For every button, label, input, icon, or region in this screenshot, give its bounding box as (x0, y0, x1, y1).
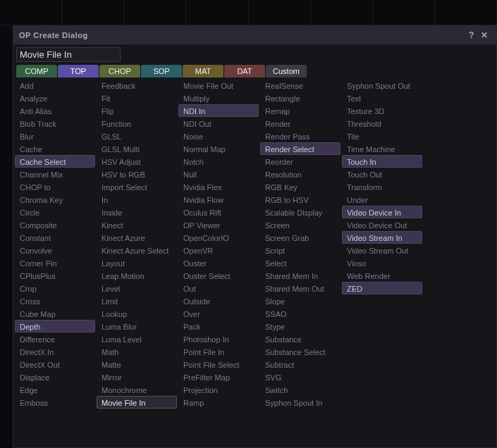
op-item[interactable]: Out (178, 282, 259, 294)
op-item[interactable]: CHOP to (15, 180, 95, 193)
op-item[interactable]: Layout (97, 256, 177, 269)
op-item[interactable]: Level (97, 282, 177, 294)
op-item[interactable]: Video Device In (342, 206, 422, 218)
op-item[interactable]: Cross (15, 294, 95, 307)
dialog-titlebar[interactable]: OP Create Dialog ? ✕ (13, 26, 496, 44)
op-item[interactable]: Slope (260, 294, 340, 307)
search-input[interactable] (16, 47, 121, 62)
op-item[interactable]: Normal Map (178, 142, 259, 155)
op-item[interactable]: Select (260, 256, 340, 269)
op-item[interactable]: Displace (15, 371, 95, 383)
op-item[interactable]: Vioso (342, 256, 422, 269)
op-item[interactable]: GLSL (97, 130, 177, 142)
op-item[interactable]: Stype (260, 320, 340, 332)
op-item[interactable]: DirectX Out (15, 358, 95, 371)
op-item[interactable]: Under (342, 193, 422, 206)
op-item[interactable]: Web Render (342, 269, 422, 282)
op-item[interactable]: Ouster (178, 256, 259, 269)
op-item[interactable]: Leap Motion (97, 269, 177, 282)
tab-dat[interactable]: DAT (224, 65, 265, 77)
op-item[interactable]: Texture 3D (342, 104, 422, 117)
op-item[interactable]: Touch In (342, 155, 422, 168)
op-item[interactable]: Render (260, 117, 340, 130)
op-item[interactable]: Function (97, 117, 177, 130)
op-item[interactable]: Kinect (97, 218, 177, 231)
op-item[interactable]: OpenVR (178, 244, 259, 256)
op-item[interactable]: Flip (97, 104, 177, 117)
op-item[interactable]: Movie File In (97, 396, 177, 409)
op-item[interactable]: Substance (260, 332, 340, 345)
op-item[interactable]: Shared Mem In (260, 269, 340, 282)
op-item[interactable]: In (97, 193, 177, 206)
op-item[interactable]: Ramp (178, 396, 259, 409)
op-item[interactable]: Depth (15, 320, 95, 332)
op-item[interactable]: Cache Select (15, 155, 95, 168)
op-item[interactable]: Cube Map (15, 307, 95, 320)
op-item[interactable]: Switch (260, 383, 340, 396)
op-item[interactable]: DirectX In (15, 345, 95, 358)
op-item[interactable]: Difference (15, 332, 95, 345)
op-item[interactable]: Luma Blur (97, 320, 177, 332)
op-item[interactable]: Outside (178, 294, 259, 307)
op-item[interactable]: Render Pass (260, 130, 340, 142)
op-item[interactable]: Substance Select (260, 345, 340, 358)
op-item[interactable]: Nvidia Flow (178, 193, 259, 206)
op-item[interactable]: Chroma Key (15, 193, 95, 206)
op-item[interactable]: Math (97, 345, 177, 358)
op-item[interactable]: Screen (260, 218, 340, 231)
op-item[interactable]: PreFilter Map (178, 371, 259, 383)
op-item[interactable]: SVG (260, 371, 340, 383)
op-item[interactable]: Channel Mix (15, 168, 95, 180)
tab-top[interactable]: TOP (58, 65, 99, 77)
op-item[interactable]: Screen Grab (260, 231, 340, 244)
op-item[interactable]: Rectangle (260, 92, 340, 104)
op-item[interactable]: Luma Level (97, 332, 177, 345)
op-item[interactable]: Remap (260, 104, 340, 117)
op-item[interactable]: HSV to RGB (97, 168, 177, 180)
op-item[interactable]: Add (15, 79, 95, 92)
op-item[interactable]: Multiply (178, 92, 259, 104)
op-item[interactable]: Script (260, 244, 340, 256)
op-item[interactable]: Text (342, 92, 422, 104)
op-item[interactable]: Ouster Select (178, 269, 259, 282)
op-item[interactable]: Blur (15, 130, 95, 142)
op-item[interactable]: Oculus Rift (178, 206, 259, 218)
op-item[interactable]: Fit (97, 92, 177, 104)
op-item[interactable]: Composite (15, 218, 95, 231)
op-item[interactable]: NDI Out (178, 117, 259, 130)
op-item[interactable]: Nvidia Flex (178, 180, 259, 193)
op-item[interactable]: Resolution (260, 168, 340, 180)
op-item[interactable]: Transform (342, 180, 422, 193)
tab-sop[interactable]: SOP (141, 65, 182, 77)
op-item[interactable]: Matte (97, 358, 177, 371)
op-item[interactable]: HSV Adjust (97, 155, 177, 168)
op-item[interactable]: Subtract (260, 358, 340, 371)
op-item[interactable]: Syphon Spout Out (342, 79, 422, 92)
op-item[interactable]: RGB to HSV (260, 193, 340, 206)
op-item[interactable]: Projection (178, 383, 259, 396)
op-item[interactable]: Render Select (260, 142, 340, 155)
op-item[interactable]: Import Select (97, 180, 177, 193)
op-item[interactable]: Mirror (97, 371, 177, 383)
op-item[interactable]: Point File In (178, 345, 259, 358)
op-item[interactable]: Crop (15, 282, 95, 294)
op-item[interactable]: RGB Key (260, 180, 340, 193)
op-item[interactable]: Convolve (15, 244, 95, 256)
op-item[interactable]: SSAO (260, 307, 340, 320)
op-item[interactable]: CPlusPlus (15, 269, 95, 282)
op-item[interactable]: Shared Mem Out (260, 282, 340, 294)
op-item[interactable]: Inside (97, 206, 177, 218)
op-item[interactable]: Null (178, 168, 259, 180)
op-item[interactable]: Threshold (342, 117, 422, 130)
op-item[interactable]: Noise (178, 130, 259, 142)
op-item[interactable]: Anti Alias (15, 104, 95, 117)
op-item[interactable]: NDI In (178, 104, 259, 117)
op-item[interactable]: Time Machine (342, 142, 422, 155)
close-button[interactable]: ✕ (478, 29, 491, 42)
op-item[interactable]: Analyze (15, 92, 95, 104)
tab-mat[interactable]: MAT (183, 65, 223, 77)
op-item[interactable]: Kinect Azure Select (97, 244, 177, 256)
op-item[interactable]: Tile (342, 130, 422, 142)
op-item[interactable]: Cache (15, 142, 95, 155)
op-item[interactable]: Lookup (97, 307, 177, 320)
